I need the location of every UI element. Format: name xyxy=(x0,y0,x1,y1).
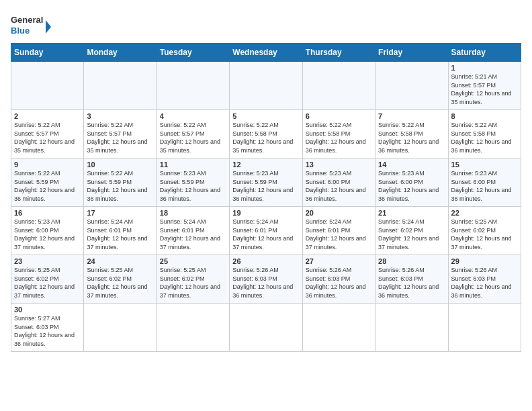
day-number: 18 xyxy=(160,209,226,217)
day-number: 9 xyxy=(14,161,81,169)
day-number: 14 xyxy=(378,161,445,169)
calendar-day-cell: 3Sunrise: 5:22 AM Sunset: 5:57 PM Daylig… xyxy=(84,110,157,158)
calendar-day-cell: 20Sunrise: 5:24 AM Sunset: 6:01 PM Dayli… xyxy=(302,207,375,255)
day-number: 30 xyxy=(14,306,81,314)
calendar-day-cell: 30Sunrise: 5:27 AM Sunset: 6:03 PM Dayli… xyxy=(11,304,84,352)
svg-marker-2 xyxy=(46,20,51,34)
calendar-day-cell: 9Sunrise: 5:22 AM Sunset: 5:59 PM Daylig… xyxy=(11,158,84,207)
day-number: 29 xyxy=(451,257,518,265)
day-number: 27 xyxy=(306,257,372,265)
day-number: 5 xyxy=(232,112,299,120)
calendar-day-cell: 2Sunrise: 5:22 AM Sunset: 5:57 PM Daylig… xyxy=(11,110,84,158)
calendar-day-cell: 21Sunrise: 5:24 AM Sunset: 6:02 PM Dayli… xyxy=(375,207,448,255)
calendar-day-cell xyxy=(302,304,375,352)
day-info: Sunrise: 5:23 AM Sunset: 6:00 PM Dayligh… xyxy=(378,169,445,203)
day-info: Sunrise: 5:25 AM Sunset: 6:02 PM Dayligh… xyxy=(160,266,226,300)
calendar-day-cell xyxy=(230,304,302,352)
day-number: 19 xyxy=(232,209,299,217)
calendar-day-cell: 4Sunrise: 5:22 AM Sunset: 5:57 PM Daylig… xyxy=(157,110,229,158)
day-number: 3 xyxy=(87,112,153,120)
header-saturday: Saturday xyxy=(448,44,521,62)
day-number: 6 xyxy=(306,112,372,120)
day-info: Sunrise: 5:24 AM Sunset: 6:02 PM Dayligh… xyxy=(378,218,445,251)
header-sunday: Sunday xyxy=(11,44,84,62)
calendar-day-cell xyxy=(230,62,302,110)
header: General Blue xyxy=(11,11,521,40)
day-info: Sunrise: 5:24 AM Sunset: 6:01 PM Dayligh… xyxy=(232,218,299,251)
day-number: 22 xyxy=(451,209,518,217)
calendar-day-cell: 7Sunrise: 5:22 AM Sunset: 5:58 PM Daylig… xyxy=(375,110,448,158)
calendar-day-cell: 13Sunrise: 5:23 AM Sunset: 6:00 PM Dayli… xyxy=(302,158,375,207)
calendar-header-row: SundayMondayTuesdayWednesdayThursdayFrid… xyxy=(11,44,521,62)
header-tuesday: Tuesday xyxy=(157,44,229,62)
day-info: Sunrise: 5:21 AM Sunset: 5:57 PM Dayligh… xyxy=(451,73,518,106)
day-number: 24 xyxy=(87,257,153,265)
calendar-day-cell: 6Sunrise: 5:22 AM Sunset: 5:58 PM Daylig… xyxy=(302,110,375,158)
day-info: Sunrise: 5:27 AM Sunset: 6:03 PM Dayligh… xyxy=(14,314,81,348)
calendar-day-cell: 14Sunrise: 5:23 AM Sunset: 6:00 PM Dayli… xyxy=(375,158,448,207)
day-number: 1 xyxy=(451,64,518,72)
day-info: Sunrise: 5:22 AM Sunset: 5:57 PM Dayligh… xyxy=(14,121,81,154)
day-number: 10 xyxy=(87,161,153,169)
svg-text:Blue: Blue xyxy=(11,26,30,36)
day-number: 16 xyxy=(14,209,81,217)
svg-text:General: General xyxy=(11,15,43,25)
calendar-day-cell xyxy=(157,62,229,110)
day-info: Sunrise: 5:22 AM Sunset: 5:58 PM Dayligh… xyxy=(378,121,445,154)
calendar-day-cell: 15Sunrise: 5:23 AM Sunset: 6:00 PM Dayli… xyxy=(448,158,521,207)
day-number: 11 xyxy=(160,161,226,169)
day-info: Sunrise: 5:26 AM Sunset: 6:03 PM Dayligh… xyxy=(451,266,518,300)
day-number: 23 xyxy=(14,257,81,265)
day-number: 25 xyxy=(160,257,226,265)
header-wednesday: Wednesday xyxy=(230,44,302,62)
day-number: 17 xyxy=(87,209,153,217)
calendar-week-row: 9Sunrise: 5:22 AM Sunset: 5:59 PM Daylig… xyxy=(11,158,521,207)
header-friday: Friday xyxy=(375,44,448,62)
calendar-day-cell: 28Sunrise: 5:26 AM Sunset: 6:03 PM Dayli… xyxy=(375,255,448,304)
day-info: Sunrise: 5:22 AM Sunset: 5:57 PM Dayligh… xyxy=(87,121,153,154)
day-info: Sunrise: 5:25 AM Sunset: 6:02 PM Dayligh… xyxy=(451,218,518,251)
day-number: 12 xyxy=(232,161,299,169)
day-info: Sunrise: 5:26 AM Sunset: 6:03 PM Dayligh… xyxy=(232,266,299,300)
calendar-day-cell xyxy=(84,304,157,352)
day-info: Sunrise: 5:25 AM Sunset: 6:02 PM Dayligh… xyxy=(87,266,153,300)
logo: General Blue xyxy=(11,11,51,40)
day-number: 7 xyxy=(378,112,445,120)
calendar-day-cell: 18Sunrise: 5:24 AM Sunset: 6:01 PM Dayli… xyxy=(157,207,229,255)
day-info: Sunrise: 5:25 AM Sunset: 6:02 PM Dayligh… xyxy=(14,266,81,300)
generalblue-logo-icon: General Blue xyxy=(11,11,51,40)
day-info: Sunrise: 5:22 AM Sunset: 5:57 PM Dayligh… xyxy=(160,121,226,154)
day-info: Sunrise: 5:26 AM Sunset: 6:03 PM Dayligh… xyxy=(306,266,372,300)
day-info: Sunrise: 5:23 AM Sunset: 6:00 PM Dayligh… xyxy=(451,169,518,203)
calendar-week-row: 30Sunrise: 5:27 AM Sunset: 6:03 PM Dayli… xyxy=(11,304,521,352)
calendar-day-cell: 11Sunrise: 5:23 AM Sunset: 5:59 PM Dayli… xyxy=(157,158,229,207)
day-info: Sunrise: 5:23 AM Sunset: 6:00 PM Dayligh… xyxy=(306,169,372,203)
calendar-day-cell: 17Sunrise: 5:24 AM Sunset: 6:01 PM Dayli… xyxy=(84,207,157,255)
day-info: Sunrise: 5:23 AM Sunset: 6:00 PM Dayligh… xyxy=(14,218,81,251)
day-info: Sunrise: 5:22 AM Sunset: 5:58 PM Dayligh… xyxy=(306,121,372,154)
calendar-day-cell: 5Sunrise: 5:22 AM Sunset: 5:58 PM Daylig… xyxy=(230,110,302,158)
calendar-day-cell: 24Sunrise: 5:25 AM Sunset: 6:02 PM Dayli… xyxy=(84,255,157,304)
day-info: Sunrise: 5:22 AM Sunset: 5:58 PM Dayligh… xyxy=(232,121,299,154)
day-info: Sunrise: 5:24 AM Sunset: 6:01 PM Dayligh… xyxy=(87,218,153,251)
day-number: 8 xyxy=(451,112,518,120)
calendar-day-cell: 25Sunrise: 5:25 AM Sunset: 6:02 PM Dayli… xyxy=(157,255,229,304)
calendar-week-row: 16Sunrise: 5:23 AM Sunset: 6:00 PM Dayli… xyxy=(11,207,521,255)
day-info: Sunrise: 5:24 AM Sunset: 6:01 PM Dayligh… xyxy=(160,218,226,251)
calendar-day-cell: 1Sunrise: 5:21 AM Sunset: 5:57 PM Daylig… xyxy=(448,62,521,110)
calendar-week-row: 2Sunrise: 5:22 AM Sunset: 5:57 PM Daylig… xyxy=(11,110,521,158)
calendar-day-cell: 16Sunrise: 5:23 AM Sunset: 6:00 PM Dayli… xyxy=(11,207,84,255)
day-info: Sunrise: 5:23 AM Sunset: 5:59 PM Dayligh… xyxy=(232,169,299,203)
day-info: Sunrise: 5:22 AM Sunset: 5:59 PM Dayligh… xyxy=(14,169,81,203)
day-info: Sunrise: 5:22 AM Sunset: 5:58 PM Dayligh… xyxy=(451,121,518,154)
day-number: 28 xyxy=(378,257,445,265)
calendar-day-cell xyxy=(302,62,375,110)
calendar-day-cell: 10Sunrise: 5:22 AM Sunset: 5:59 PM Dayli… xyxy=(84,158,157,207)
calendar-table: SundayMondayTuesdayWednesdayThursdayFrid… xyxy=(11,43,521,352)
calendar-day-cell xyxy=(84,62,157,110)
calendar-day-cell xyxy=(157,304,229,352)
calendar-day-cell xyxy=(375,62,448,110)
day-number: 4 xyxy=(160,112,226,120)
day-info: Sunrise: 5:24 AM Sunset: 6:01 PM Dayligh… xyxy=(306,218,372,251)
calendar-day-cell: 12Sunrise: 5:23 AM Sunset: 5:59 PM Dayli… xyxy=(230,158,302,207)
